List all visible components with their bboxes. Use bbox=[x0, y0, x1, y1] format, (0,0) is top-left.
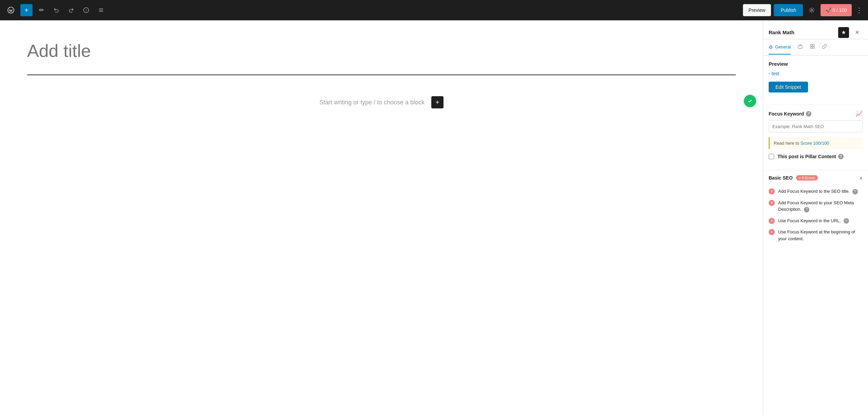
svg-text:W: W bbox=[9, 8, 13, 13]
tab-general-label: General bbox=[775, 44, 791, 49]
sidebar-header-actions: ★ × bbox=[838, 27, 863, 38]
error-1-help-icon[interactable]: ? bbox=[852, 189, 858, 194]
divider-1 bbox=[769, 105, 863, 105]
schema-icon bbox=[810, 44, 815, 50]
error-icon-3: ✕ bbox=[769, 218, 775, 224]
sidebar-content: Preview - test Edit Snippet Focus Keywor… bbox=[763, 56, 868, 170]
error-item-1: ✕ Add Focus Keyword to the SEO title. ? bbox=[769, 188, 863, 195]
error-text-4: Use Focus Keyword at the beginning of yo… bbox=[778, 229, 863, 242]
error-icon-2: ✕ bbox=[769, 200, 775, 206]
title-input[interactable] bbox=[27, 41, 736, 61]
settings-button[interactable] bbox=[806, 4, 818, 16]
focus-keyword-header: Focus Keyword ? 📈 bbox=[769, 110, 863, 117]
basic-seo-title: Basic SEO bbox=[769, 175, 793, 181]
svg-rect-9 bbox=[798, 46, 802, 48]
svg-rect-13 bbox=[813, 47, 814, 48]
basic-seo-header[interactable]: Basic SEO × 6 Errors ∧ bbox=[763, 170, 868, 185]
error-icon-4: ✕ bbox=[769, 229, 775, 235]
main-wrapper: Start writing or type / to choose a bloc… bbox=[0, 20, 868, 415]
sidebar-header: Rank Math ★ × bbox=[763, 20, 868, 39]
error-2-help-icon[interactable]: ? bbox=[804, 207, 809, 212]
score-link[interactable]: Score 100/100 bbox=[801, 141, 829, 146]
edit-snippet-button[interactable]: Edit Snippet bbox=[769, 82, 808, 92]
basic-seo-left: Basic SEO × 6 Errors bbox=[769, 175, 818, 181]
focus-keyword-input[interactable] bbox=[769, 120, 863, 132]
close-button[interactable]: × bbox=[852, 27, 863, 38]
info-button[interactable]: i bbox=[80, 4, 92, 16]
tool-button[interactable]: ✏ bbox=[35, 4, 47, 16]
svg-point-7 bbox=[811, 9, 813, 11]
preview-button[interactable]: Preview bbox=[743, 4, 771, 16]
error-text-1: Add Focus Keyword to the SEO title. ? bbox=[778, 188, 858, 195]
gear-icon: ⚙ bbox=[769, 44, 773, 50]
publish-button[interactable]: Publish bbox=[774, 4, 803, 16]
preview-section-label: Preview bbox=[769, 61, 863, 67]
rank-score-button[interactable]: 🚀 0 / 100 bbox=[821, 4, 852, 16]
seo-errors-list: ✕ Add Focus Keyword to the SEO title. ? … bbox=[763, 185, 868, 252]
error-item-3: ✕ Use Focus Keyword in the URL. ? bbox=[769, 217, 863, 224]
grammarly-button[interactable] bbox=[744, 95, 756, 107]
error-3-help-icon[interactable]: ? bbox=[844, 218, 849, 224]
editor-body: Start writing or type / to choose a bloc… bbox=[27, 89, 736, 116]
tab-advanced[interactable] bbox=[822, 40, 827, 55]
focus-keyword-help-icon[interactable]: ? bbox=[806, 111, 811, 117]
undo-button[interactable] bbox=[50, 4, 62, 16]
pillar-content-label: This post is Pillar Content ? bbox=[777, 154, 844, 159]
error-item-4: ✕ Use Focus Keyword at the beginning of … bbox=[769, 229, 863, 242]
toolbar-right: Preview Publish 🚀 0 / 100 ⋮ bbox=[743, 4, 864, 16]
toolbar-left: W + ✏ i bbox=[4, 3, 107, 17]
sidebar-tabs: ⚙ General bbox=[763, 39, 868, 56]
pillar-content-row: This post is Pillar Content ? bbox=[769, 154, 863, 159]
add-block-button[interactable]: + bbox=[20, 4, 33, 16]
error-text-2: Add Focus Keyword to your SEO Meta Descr… bbox=[778, 200, 863, 213]
tab-schema[interactable] bbox=[810, 40, 815, 55]
svg-point-8 bbox=[747, 98, 753, 104]
toolbar: W + ✏ i Preview Publish 🚀 0 / 100 ⋮ bbox=[0, 0, 868, 20]
tab-social[interactable] bbox=[797, 40, 803, 55]
svg-rect-11 bbox=[813, 44, 814, 46]
list-view-button[interactable] bbox=[95, 4, 107, 16]
link-icon bbox=[822, 44, 827, 50]
sidebar-title: Rank Math bbox=[769, 29, 794, 35]
editor-area: Start writing or type / to choose a bloc… bbox=[0, 20, 763, 415]
wp-logo[interactable]: W bbox=[4, 3, 18, 17]
title-divider bbox=[27, 75, 736, 75]
chevron-up-icon: ∧ bbox=[859, 175, 863, 181]
trend-icon[interactable]: 📈 bbox=[856, 110, 863, 117]
svg-rect-10 bbox=[810, 44, 812, 46]
sidebar: Rank Math ★ × ⚙ General bbox=[763, 20, 868, 415]
more-options-button[interactable]: ⋮ bbox=[854, 5, 864, 16]
add-block-inline-button[interactable]: + bbox=[431, 96, 443, 108]
pillar-help-icon[interactable]: ? bbox=[838, 154, 844, 159]
error-item-2: ✕ Add Focus Keyword to your SEO Meta Des… bbox=[769, 200, 863, 213]
svg-text:i: i bbox=[86, 8, 86, 12]
errors-badge: × 6 Errors bbox=[796, 175, 818, 181]
tab-general[interactable]: ⚙ General bbox=[769, 40, 791, 55]
preview-text: - test bbox=[769, 71, 863, 76]
error-text-3: Use Focus Keyword in the URL. ? bbox=[778, 217, 849, 224]
score-hint: Read here to Score 100/100 bbox=[769, 137, 863, 149]
focus-keyword-label: Focus Keyword ? bbox=[769, 111, 811, 117]
star-button[interactable]: ★ bbox=[838, 27, 849, 38]
pillar-content-checkbox[interactable] bbox=[769, 154, 774, 159]
editor-placeholder: Start writing or type / to choose a bloc… bbox=[319, 99, 425, 106]
redo-button[interactable] bbox=[65, 4, 77, 16]
svg-rect-12 bbox=[810, 47, 812, 48]
error-icon-1: ✕ bbox=[769, 188, 775, 194]
briefcase-icon bbox=[797, 44, 803, 50]
